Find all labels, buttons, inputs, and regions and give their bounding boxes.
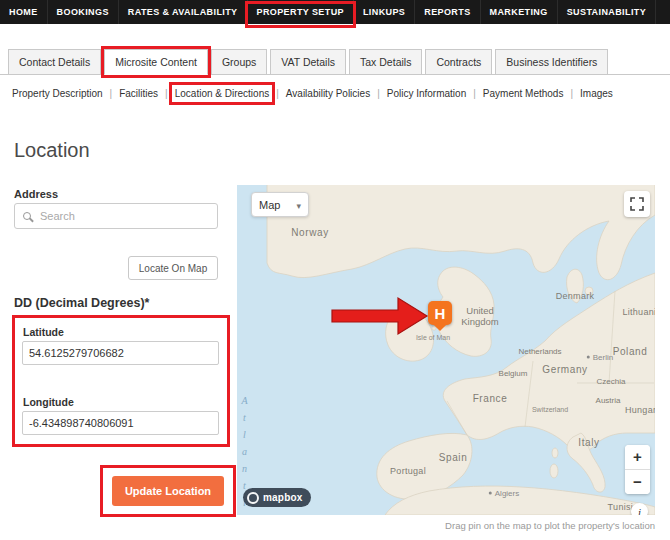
search-icon — [23, 212, 31, 220]
update-annotation-box: Update Location — [100, 465, 236, 517]
subnav-location-directions[interactable]: Location & Directions — [173, 88, 272, 99]
tab-groups[interactable]: Groups — [211, 49, 267, 75]
zoom-control: + − — [625, 445, 650, 494]
subnav-separator — [473, 88, 476, 99]
address-search-input[interactable] — [38, 209, 209, 223]
tab-business-identifiers[interactable]: Business Identifiers — [495, 49, 608, 75]
map-canvas[interactable]: Norway Denmark Lithuania United Kingdom … — [237, 185, 655, 515]
tab-contracts[interactable]: Contracts — [425, 49, 492, 75]
microsite-subnav: Property Description Facilities Location… — [10, 88, 615, 99]
tab-vat-details[interactable]: VAT Details — [270, 49, 346, 75]
longitude-label: Longitude — [23, 396, 74, 408]
address-search-box — [14, 203, 218, 229]
nav-item-linkups[interactable]: LINKUPS — [354, 0, 415, 24]
nav-item-bookings[interactable]: BOOKINGS — [48, 0, 119, 24]
zoom-out-button[interactable]: − — [625, 470, 650, 494]
tab-bar: Contact Details Microsite Content Groups… — [8, 49, 608, 75]
attribution-info-button[interactable]: i — [631, 503, 648, 515]
tab-microsite-content[interactable]: Microsite Content — [104, 49, 208, 75]
subnav-availability-policies[interactable]: Availability Policies — [284, 88, 372, 99]
page-title: Location — [14, 139, 90, 162]
map-hint-text: Drag pin on the map to plot the property… — [445, 520, 655, 531]
chevron-down-icon — [296, 199, 301, 211]
subnav-facilities[interactable]: Facilities — [117, 88, 160, 99]
tab-tax-details[interactable]: Tax Details — [349, 49, 422, 75]
mapbox-logo-icon — [247, 492, 259, 504]
locate-on-map-button[interactable]: Locate On Map — [128, 256, 218, 280]
fullscreen-icon — [630, 197, 644, 211]
subnav-property-description[interactable]: Property Description — [10, 88, 105, 99]
fullscreen-button[interactable] — [624, 191, 650, 217]
top-navigation-bar: HOME BOOKINGS RATES & AVAILABILITY PROPE… — [0, 0, 670, 24]
update-location-button[interactable]: Update Location — [112, 476, 224, 506]
mapbox-logo-text: mapbox — [263, 492, 303, 503]
mapbox-logo[interactable]: mapbox — [243, 488, 311, 507]
map-style-selector[interactable]: Map — [251, 192, 309, 217]
subnav-policy-information[interactable]: Policy Information — [385, 88, 468, 99]
nav-item-rates-availability[interactable]: RATES & AVAILABILITY — [119, 0, 248, 24]
nav-item-property-setup[interactable]: PROPERTY SETUP — [248, 0, 354, 24]
coordinates-annotation-box: Latitude Longitude — [12, 315, 230, 447]
address-label: Address — [14, 188, 58, 200]
tab-contact-details[interactable]: Contact Details — [8, 49, 101, 75]
subnav-separator — [110, 88, 113, 99]
map-land-shapes — [237, 185, 655, 515]
zoom-in-button[interactable]: + — [625, 445, 650, 469]
subnav-separator — [276, 88, 279, 99]
subnav-payment-methods[interactable]: Payment Methods — [481, 88, 566, 99]
nav-item-marketing[interactable]: MARKETING — [481, 0, 558, 24]
subnav-separator — [377, 88, 380, 99]
map-style-label: Map — [259, 199, 280, 211]
longitude-input[interactable] — [22, 411, 219, 435]
latitude-label: Latitude — [23, 326, 64, 338]
nav-item-home[interactable]: HOME — [0, 0, 48, 24]
property-pin-marker[interactable]: H — [428, 301, 452, 325]
subnav-separator — [165, 88, 168, 99]
nav-item-sustainability[interactable]: SUSTAINABILITY — [558, 0, 656, 24]
subnav-separator — [570, 88, 573, 99]
subnav-images[interactable]: Images — [578, 88, 615, 99]
nav-item-reports[interactable]: REPORTS — [415, 0, 480, 24]
decimal-degrees-heading: DD (Decimal Degrees)* — [14, 296, 149, 310]
latitude-input[interactable] — [22, 341, 219, 365]
